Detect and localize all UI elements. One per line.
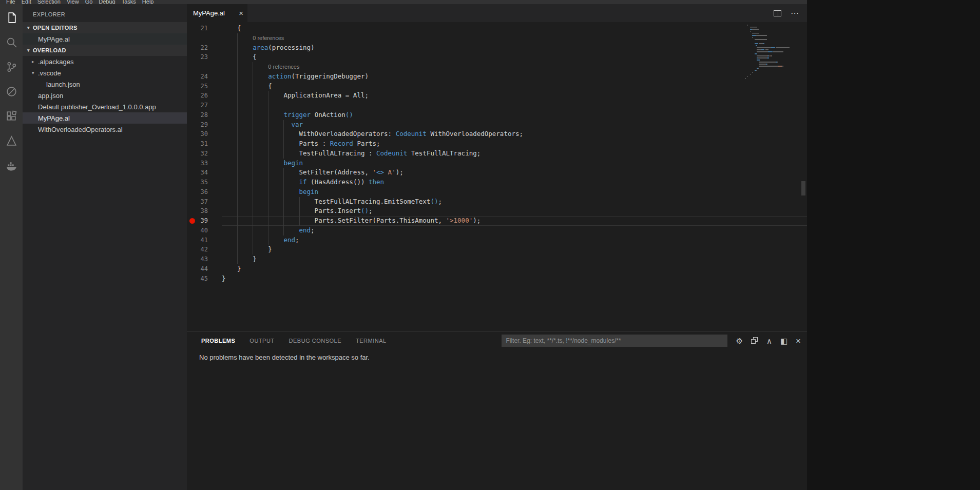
code-line-content[interactable]: begin xyxy=(222,159,807,168)
line-number-gutter[interactable]: 37 xyxy=(187,197,222,207)
extensions-icon[interactable] xyxy=(0,104,23,128)
code-line-content[interactable]: action(TriggeringDebugger) xyxy=(222,72,807,82)
code-line-content[interactable]: { xyxy=(222,24,807,33)
debug-icon[interactable] xyxy=(0,79,23,104)
docker-icon[interactable] xyxy=(0,153,23,178)
gear-icon[interactable]: ⚙ xyxy=(736,337,742,345)
code-line-content[interactable]: SetFilter(Address, '<> A'); xyxy=(222,168,807,178)
minimap[interactable] xyxy=(745,25,800,82)
code-line-content[interactable]: ApplicationArea = All; xyxy=(222,91,807,101)
code-line-content[interactable]: } xyxy=(222,264,807,274)
line-number-gutter[interactable]: 24 xyxy=(187,72,222,82)
line-number-gutter[interactable] xyxy=(187,33,222,43)
line-number-gutter[interactable]: 35 xyxy=(187,178,222,187)
code-line-content[interactable]: Parts : Record Parts; xyxy=(222,139,807,149)
code-line-content[interactable]: end; xyxy=(222,236,807,245)
menu-selection[interactable]: Selection xyxy=(34,0,64,4)
code-line-content[interactable]: Parts.SetFilter(Parts.ThisAmount, '>1000… xyxy=(222,216,807,226)
close-tab-icon[interactable]: × xyxy=(239,9,243,17)
tab-mypage-al[interactable]: MyPAge.al × xyxy=(187,4,247,22)
line-number-gutter[interactable]: 33 xyxy=(187,159,222,168)
editor-scrollbar[interactable] xyxy=(800,22,807,331)
sidebar-item-default-publisher-overload-1-0-0-0-app[interactable]: Default publisher_Overload_1.0.0.0.app xyxy=(23,101,187,112)
close-panel-icon[interactable]: × xyxy=(796,337,801,345)
code-line-content[interactable]: { xyxy=(222,82,807,91)
line-number-gutter[interactable]: 39 xyxy=(187,216,222,226)
indent-guide xyxy=(283,226,284,236)
menu-edit[interactable]: Edit xyxy=(18,0,34,4)
menu-debug[interactable]: Debug xyxy=(95,0,118,4)
line-number-gutter[interactable] xyxy=(187,62,222,72)
line-number-gutter[interactable]: 41 xyxy=(187,236,222,245)
line-number-gutter[interactable]: 32 xyxy=(187,149,222,159)
line-number-gutter[interactable]: 30 xyxy=(187,129,222,139)
indent-guide xyxy=(299,197,300,207)
explorer-icon[interactable] xyxy=(0,5,23,30)
search-icon[interactable] xyxy=(0,30,23,54)
sidebar-item-launch-json[interactable]: launch.json xyxy=(23,79,187,90)
code-line-content[interactable]: } xyxy=(222,254,807,264)
line-number-gutter[interactable]: 42 xyxy=(187,245,222,254)
panel-tab-terminal[interactable]: TERMINAL xyxy=(356,338,387,344)
line-number-gutter[interactable]: 27 xyxy=(187,101,222,110)
menu-tasks[interactable]: Tasks xyxy=(119,0,139,4)
sidebar-item-mypage-al[interactable]: MyPAge.al xyxy=(23,112,187,124)
open-in-editor-icon[interactable] xyxy=(751,337,758,344)
section-header-open-editors[interactable]: ▾OPEN EDITORS xyxy=(23,22,187,33)
line-number-gutter[interactable]: 25 xyxy=(187,82,222,91)
code-line-content[interactable]: { xyxy=(222,52,807,62)
code-line-content[interactable]: TestFullALTracing.EmitSomeText(); xyxy=(222,197,807,207)
code-line-28: 28 trigger OnAction() xyxy=(187,110,807,120)
line-number-gutter[interactable]: 38 xyxy=(187,206,222,216)
line-number-gutter[interactable]: 31 xyxy=(187,139,222,149)
code-line-content[interactable]: trigger OnAction() xyxy=(222,110,807,120)
code-line-content[interactable]: area(processing) xyxy=(222,43,807,53)
code-line-content[interactable]: } xyxy=(222,274,807,284)
section-header-overload[interactable]: ▾OVERLOAD xyxy=(23,45,187,56)
code-line-content[interactable]: if (HasAddress()) then xyxy=(222,178,807,187)
sidebar-item-alpackages[interactable]: ▸.alpackages xyxy=(23,56,187,67)
line-number-gutter[interactable]: 34 xyxy=(187,168,222,178)
breakpoint-icon[interactable] xyxy=(189,218,195,224)
menu-go[interactable]: Go xyxy=(82,0,96,4)
line-number-gutter[interactable]: 28 xyxy=(187,110,222,120)
panel-tab-output[interactable]: OUTPUT xyxy=(249,338,274,344)
code-line-content[interactable]: end; xyxy=(222,226,807,236)
line-number-gutter[interactable]: 45 xyxy=(187,274,222,284)
line-number-gutter[interactable]: 26 xyxy=(187,91,222,101)
split-editor-icon[interactable] xyxy=(774,10,781,16)
line-number-gutter[interactable]: 29 xyxy=(187,120,222,130)
more-actions-icon[interactable]: ⋯ xyxy=(791,9,799,17)
code-line-content[interactable]: TestFullALTracing : Codeunit TestFullALT… xyxy=(222,149,807,159)
sidebar-item-withoverloadedoperators-al[interactable]: WithOverloadedOperators.al xyxy=(23,124,187,135)
code-line-content[interactable]: WithOverloadedOperators: Codeunit WithOv… xyxy=(222,129,807,139)
code-line-content[interactable] xyxy=(222,101,807,110)
panel-position-icon[interactable]: ◧ xyxy=(780,337,787,345)
line-number-gutter[interactable]: 43 xyxy=(187,254,222,264)
code-line-content[interactable]: begin xyxy=(222,187,807,197)
sidebar-item-vscode[interactable]: ▾.vscode xyxy=(23,67,187,79)
panel-tab-problems[interactable]: PROBLEMS xyxy=(201,338,235,344)
codelens-references[interactable]: 0 references xyxy=(253,35,284,41)
azure-icon[interactable] xyxy=(0,128,23,153)
sidebar-item-mypage-al[interactable]: MyPAge.al xyxy=(23,33,187,45)
line-number-gutter[interactable]: 40 xyxy=(187,226,222,236)
line-number-gutter[interactable]: 36 xyxy=(187,187,222,197)
menu-help[interactable]: Help xyxy=(139,0,157,4)
line-number-gutter[interactable]: 22 xyxy=(187,43,222,53)
panel-tab-debug-console[interactable]: DEBUG CONSOLE xyxy=(289,338,341,344)
code-line-content[interactable]: var xyxy=(222,120,807,130)
source-control-icon[interactable] xyxy=(0,54,23,79)
problems-filter-input[interactable] xyxy=(502,335,727,347)
codelens-references[interactable]: 0 references xyxy=(268,64,299,70)
line-number-gutter[interactable]: 21 xyxy=(187,24,222,33)
maximize-panel-icon[interactable]: ∧ xyxy=(766,337,772,345)
line-number-gutter[interactable]: 23 xyxy=(187,52,222,62)
menu-view[interactable]: View xyxy=(64,0,82,4)
code-line-content[interactable]: Parts.Insert(); xyxy=(222,206,807,216)
editor[interactable]: 21 { 0 references22 area(processing)23 {… xyxy=(187,22,807,331)
line-number-gutter[interactable]: 44 xyxy=(187,264,222,274)
sidebar-item-app-json[interactable]: app.json xyxy=(23,90,187,101)
code-line-content[interactable]: } xyxy=(222,245,807,254)
menu-file[interactable]: File xyxy=(3,0,18,4)
